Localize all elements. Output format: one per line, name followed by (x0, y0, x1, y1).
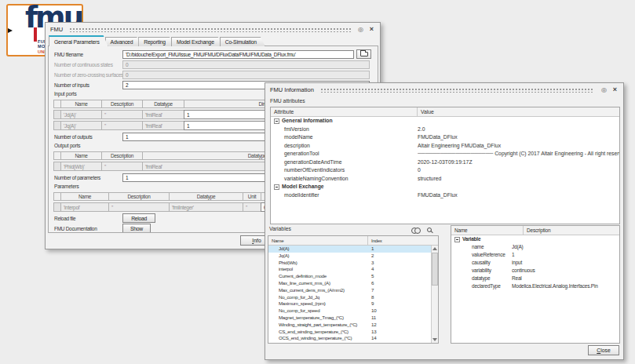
cell-name: 'interpol' (60, 202, 109, 212)
tree-group-row: Variable (451, 235, 619, 243)
help-icon[interactable]: ◎ (357, 26, 364, 33)
list-item[interactable]: Winding_straight_part_temperature_(°C)12 (268, 322, 431, 329)
tree-item-row: variableNamingConvention structured (271, 175, 619, 184)
tab-advanced[interactable]: Advanced (105, 37, 142, 46)
tab-reporting[interactable]: Reporting (138, 37, 174, 46)
fmu-dialog-title: FMU (50, 26, 63, 33)
list-item[interactable]: Current_definition_mode5 (268, 273, 431, 280)
titlebar-drag-handle[interactable] (69, 27, 351, 32)
col-header-name[interactable]: Name (268, 236, 368, 245)
tree-item-row: generationDateAndTime 2020-12-03T09:19:1… (271, 158, 619, 167)
list-item[interactable]: interpol4 (268, 266, 431, 273)
scroll-down-icon[interactable] (432, 338, 437, 341)
tab-co-simulation[interactable]: Co-Simulation (220, 37, 265, 46)
continuous-states-field: 0 (122, 60, 370, 69)
info-dialog-title: FMU Information (270, 86, 314, 93)
list-item[interactable]: OCS_end_winding_temperature_(°C)14 (268, 335, 431, 342)
folder-icon (360, 52, 368, 56)
info-dialog-titlebar[interactable]: FMU Information ◎ × (265, 83, 623, 96)
list-item[interactable]: Max_line_current_rms_(A)6 (268, 280, 431, 287)
details-header: Name Description (451, 226, 619, 235)
tree-group-row: Model Exchange (271, 183, 619, 191)
variable-details: Name Description Variable nameJd(A) valu… (451, 225, 620, 344)
cell-name: 'Jq(A)' (60, 121, 102, 130)
col-header-attribute: Attribute (271, 107, 418, 116)
tree-item-row: numberOfEventIndicators 0 (271, 166, 619, 175)
close-icon[interactable]: × (611, 86, 619, 93)
cell-description: '' (101, 162, 143, 171)
col-header-description: Description (101, 151, 143, 160)
list-item[interactable]: No_comp_for_Jd_Jq8 (268, 294, 431, 301)
list-item[interactable]: Maximum_speed_(rpm)9 (268, 300, 431, 308)
list-item[interactable]: CS_end_winding_temperature_(°C)13 (268, 329, 431, 336)
tree-item-row: generationTool ──────────────────── Copy… (271, 150, 619, 158)
fmu-attributes-tree: Attribute Value General Information fmiV… (270, 107, 620, 224)
list-item[interactable]: Rotor_initial_position_(deg)15 (268, 342, 431, 344)
block-input-port-icon[interactable] (8, 28, 13, 33)
fmu-logo-red-bar (34, 27, 37, 42)
tree-item-row: modelIdentifier FMUData_DFlux (271, 191, 619, 200)
scroll-thumb[interactable] (432, 253, 438, 286)
cell-datatype: 'fmiReal' (142, 110, 184, 119)
cell-name: 'Phid(Wb)' (60, 162, 102, 171)
list-item[interactable]: Magnet_temperature_Tmag_(°C)11 (268, 315, 431, 322)
collapse-icon[interactable] (274, 184, 279, 190)
col-header-datatype: Datatype (142, 100, 184, 108)
num-parameters-label: Number of parameters (54, 175, 122, 180)
num-inputs-label: Number of inputs (54, 82, 122, 88)
filename-label: FMU filename (54, 52, 122, 57)
tree-item-row: variabilitycontinuous (451, 267, 619, 275)
close-button[interactable]: Close (588, 345, 619, 355)
col-header-description[interactable]: Description (524, 226, 619, 235)
col-header-name: Name (60, 192, 109, 201)
col-header-unit: Unit (243, 192, 261, 201)
list-item[interactable]: Jd(A)1 (268, 246, 431, 253)
fmu-attributes-label: FMU attributes (270, 98, 305, 104)
filename-row: FMU filename 'D:/bidouche/Export_FMU/Iss… (54, 49, 372, 59)
col-header-index[interactable]: Index (368, 236, 438, 245)
find-icon[interactable] (411, 228, 421, 233)
filename-input[interactable]: 'D:/bidouche/Export_FMU/Issue_FMU/FMU/DF… (122, 50, 354, 59)
diagram-canvas: fmu FUNC MOCK UNIT FMU ◎ × General Param… (0, 0, 635, 364)
cell-name: 'Jd(A)' (60, 110, 102, 119)
list-item[interactable]: Phid(Wb)3 (268, 260, 431, 267)
zero-crossing-field: 0 (122, 71, 370, 79)
cell-description: '' (101, 121, 143, 130)
col-header-value: Value (418, 107, 619, 116)
tab-model-exchange[interactable]: Model Exchange (171, 37, 223, 46)
show-button[interactable]: Show (122, 224, 151, 233)
zero-crossing-row: Number of zero-crossing surfaces. 0 (54, 70, 372, 79)
col-header-name[interactable]: Name (451, 226, 524, 235)
list-item[interactable]: No_comp_for_speed10 (268, 308, 431, 315)
col-header-name: Name (60, 100, 102, 108)
variables-header: Name Index (268, 236, 438, 246)
num-outputs-label: Number of outputs (54, 134, 122, 140)
col-header-name: Name (60, 151, 102, 160)
collapse-icon[interactable] (274, 118, 279, 124)
browse-button[interactable] (356, 49, 371, 59)
list-item[interactable]: Max_current_dens_rms_(A/mm2)7 (268, 287, 431, 294)
cell-datatype: 'fmiReal' (142, 121, 184, 130)
reload-label: Reload file (54, 216, 122, 221)
variables-list: Name Index Jd(A)1 Jq(A)2 Phid(Wb)3 inter… (268, 235, 439, 344)
help-icon[interactable]: ◎ (600, 86, 608, 93)
titlebar-drag-handle[interactable] (320, 87, 594, 93)
tree-item-row: fmiVersion 2.0 (271, 126, 619, 134)
tree-item-row: valueReference1 (451, 251, 619, 259)
tree-item-row: datatypeReal (451, 275, 619, 282)
scrollbar[interactable] (431, 246, 438, 343)
variables-label: Variables (269, 226, 291, 231)
search-icon[interactable] (427, 228, 432, 232)
scroll-up-icon[interactable] (432, 247, 437, 250)
fmu-dialog-titlebar[interactable]: FMU ◎ × (46, 23, 380, 35)
tree-item-row: causalityinput (451, 259, 619, 267)
tab-general-parameters[interactable]: General Parameters (49, 35, 108, 46)
tree-item-row: declaredTypeModelica.Electrical.Analog.I… (451, 282, 619, 290)
cell-datatype: 'fmiInteger' (169, 202, 243, 212)
collapse-icon[interactable] (454, 237, 460, 242)
fmu-information-dialog: FMU Information ◎ × FMU attributes Attri… (265, 82, 624, 360)
attributes-header: Attribute Value (271, 107, 619, 117)
close-icon[interactable]: × (368, 26, 375, 33)
list-item[interactable]: Jq(A)2 (268, 253, 431, 260)
reload-button[interactable]: Reload (122, 213, 155, 223)
